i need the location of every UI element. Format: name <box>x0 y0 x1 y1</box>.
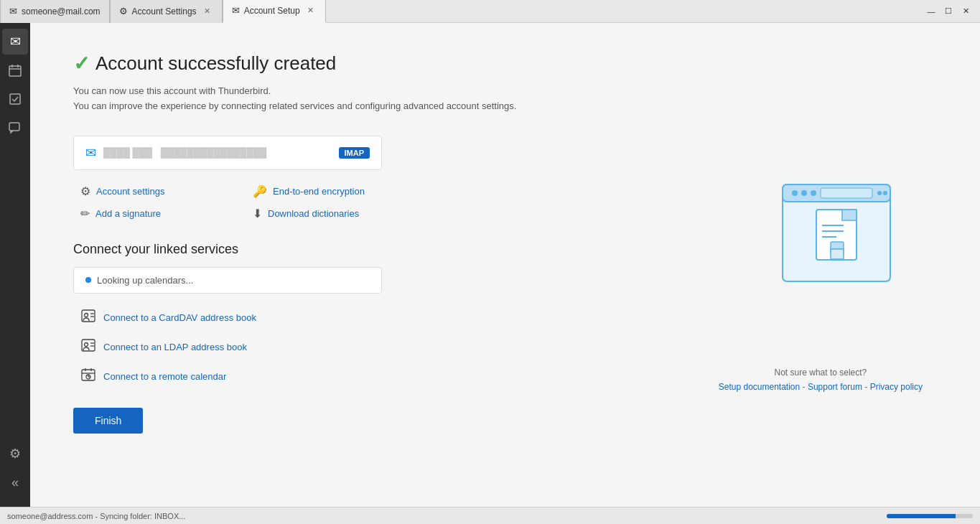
help-section: Not sure what to select? Setup documenta… <box>719 368 923 392</box>
sidebar-item-chat[interactable] <box>2 115 28 141</box>
svg-point-7 <box>85 313 88 317</box>
ldap-icon <box>80 337 96 357</box>
content-area: ✓ Account successfully created You can n… <box>30 23 980 507</box>
sidebar-item-settings[interactable]: ⚙ <box>2 441 28 467</box>
svg-point-11 <box>85 342 88 346</box>
svg-point-24 <box>801 190 807 196</box>
help-separator-1: - <box>803 382 808 392</box>
end-to-end-icon: 🔑 <box>253 184 267 198</box>
subtitle-line1: You can now use this account with Thunde… <box>73 84 937 99</box>
svg-point-25 <box>811 190 816 196</box>
action-end-to-end[interactable]: 🔑 End-to-end encryption <box>253 184 411 198</box>
action-add-signature-label: Add a signature <box>95 208 161 219</box>
calendar-lookup: Looking up calendars... <box>73 267 382 294</box>
finish-button[interactable]: Finish <box>73 408 143 434</box>
action-download-dicts-label: Download dictionaries <box>268 208 359 219</box>
support-forum-link[interactable]: Support forum <box>808 382 862 392</box>
svg-point-28 <box>883 191 887 195</box>
account-email: ████████████████ <box>161 147 266 158</box>
status-progress-bar <box>887 514 973 518</box>
connect-ldap-label: Connect to an LDAP address book <box>103 342 247 352</box>
sidebar-item-mail[interactable]: ✉ <box>2 29 28 55</box>
action-download-dicts[interactable]: ⬇ Download dictionaries <box>253 207 411 220</box>
connect-remote-calendar-label: Connect to a remote calendar <box>103 371 226 382</box>
svg-rect-5 <box>9 123 19 131</box>
tab-account-settings-label: Account Settings <box>132 6 197 17</box>
svg-point-23 <box>792 190 798 196</box>
action-account-settings-label: Account settings <box>96 186 164 197</box>
subtitle-line2: You can improve the experience by connec… <box>73 99 937 114</box>
remote-calendar-icon <box>80 367 96 386</box>
close-button[interactable]: ✕ <box>960 6 971 17</box>
action-end-to-end-label: End-to-end encryption <box>273 186 365 197</box>
svg-rect-0 <box>9 66 21 76</box>
success-subtitle: You can now use this account with Thunde… <box>73 84 937 114</box>
title-bar: ✉ someone@mail.com ⚙ Account Settings ✕ … <box>0 0 980 23</box>
tab-account-setup-close[interactable]: ✕ <box>304 4 317 17</box>
status-text: someone@address.com - Syncing folder: IN… <box>7 512 185 520</box>
svg-rect-35 <box>831 249 844 259</box>
tab-email[interactable]: ✉ someone@mail.com <box>0 0 110 23</box>
help-not-sure: Not sure what to select? <box>719 368 923 378</box>
svg-rect-26 <box>821 188 872 198</box>
account-card: ✉ ████ ███ ████████████████ IMAP <box>73 136 382 170</box>
svg-point-27 <box>877 191 882 195</box>
success-title: Account successfully created <box>95 52 336 75</box>
connect-ldap[interactable]: Connect to an LDAP address book <box>80 337 937 357</box>
minimize-button[interactable]: — <box>925 6 937 17</box>
maximize-button[interactable]: ☐ <box>943 6 954 17</box>
sidebar-item-tasks[interactable] <box>2 86 28 112</box>
help-links: Setup documentation - Support forum - Pr… <box>719 382 923 392</box>
account-card-text: ████ ███ ████████████████ <box>103 147 339 158</box>
status-progress-fill <box>887 514 956 518</box>
download-dicts-icon: ⬇ <box>253 207 262 220</box>
sidebar-bottom: ⚙ « <box>2 441 28 501</box>
privacy-policy-link[interactable]: Privacy policy <box>870 382 923 392</box>
success-header: ✓ Account successfully created <box>73 52 937 75</box>
sidebar-item-calendar[interactable] <box>2 57 28 83</box>
window-controls: — ☐ ✕ <box>917 6 980 17</box>
account-settings-icon: ⚙ <box>80 184 90 198</box>
sidebar-item-collapse[interactable]: « <box>2 469 28 495</box>
calendar-lookup-text: Looking up calendars... <box>97 275 193 286</box>
lookup-dot-icon <box>85 277 91 283</box>
account-card-email-icon: ✉ <box>85 145 96 161</box>
svg-rect-4 <box>10 94 20 104</box>
tab-account-setup[interactable]: ✉ Account Setup ✕ <box>223 0 326 23</box>
carddav-icon <box>80 308 96 327</box>
tab-account-settings-icon: ⚙ <box>119 6 128 17</box>
connect-carddav-label: Connect to a CardDAV address book <box>103 312 256 323</box>
account-display-name: ████ ███ <box>103 147 152 158</box>
tab-account-setup-icon: ✉ <box>232 5 240 16</box>
tab-email-icon: ✉ <box>9 6 17 17</box>
add-signature-icon: ✏ <box>80 207 90 220</box>
help-separator-2: - <box>864 382 869 392</box>
success-checkmark-icon: ✓ <box>73 52 90 75</box>
setup-documentation-link[interactable]: Setup documentation <box>719 382 800 392</box>
connect-carddav[interactable]: Connect to a CardDAV address book <box>80 308 937 327</box>
tabs-container: ✉ someone@mail.com ⚙ Account Settings ✕ … <box>0 0 917 23</box>
tab-account-settings[interactable]: ⚙ Account Settings ✕ <box>110 0 223 23</box>
tab-email-label: someone@mail.com <box>22 6 101 17</box>
sidebar: ✉ ⚙ « <box>0 23 30 507</box>
action-account-settings[interactable]: ⚙ Account settings <box>80 184 238 198</box>
status-bar: someone@address.com - Syncing folder: IN… <box>0 507 980 524</box>
imap-badge: IMAP <box>339 147 370 159</box>
app-body: ✉ ⚙ « ✓ <box>0 23 980 507</box>
illustration <box>779 181 894 287</box>
tab-account-setup-label: Account Setup <box>244 6 300 16</box>
action-add-signature[interactable]: ✏ Add a signature <box>80 207 238 220</box>
tab-account-settings-close[interactable]: ✕ <box>201 5 213 17</box>
